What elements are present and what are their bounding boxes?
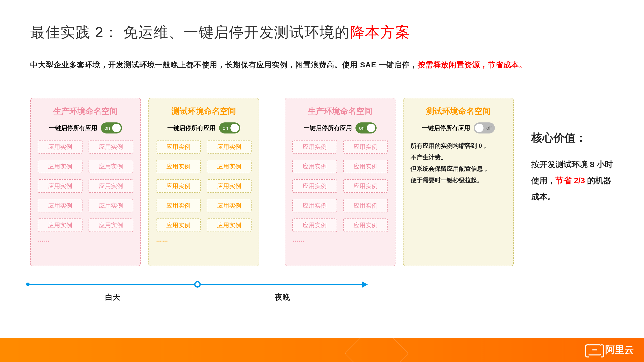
- instance-box: 应用实例: [207, 160, 252, 173]
- instance-box: 应用实例: [38, 199, 83, 212]
- toggle-state: on: [359, 125, 365, 131]
- toggle-row: 一键启停所有应用 on: [38, 122, 133, 133]
- timeline-day-label: 白天: [28, 292, 197, 302]
- vertical-separator: [272, 85, 272, 276]
- toggle-state: off: [486, 125, 492, 131]
- timeline-night-label: 夜晚: [197, 292, 367, 302]
- instance-grid: 应用实例 应用实例 应用实例 应用实例 应用实例 应用实例 应用实例 应用实例 …: [38, 140, 133, 232]
- instance-box: 应用实例: [156, 160, 201, 173]
- instance-grid: 应用实例 应用实例 应用实例 应用实例 应用实例 应用实例 应用实例 应用实例 …: [292, 140, 388, 232]
- timeline-line: [28, 284, 367, 285]
- instance-box: 应用实例: [156, 179, 201, 193]
- toggle-label: 一键启停所有应用: [49, 124, 97, 132]
- off-desc-line: 不产生计费。: [411, 152, 506, 163]
- toggle-label: 一键启停所有应用: [167, 124, 216, 132]
- ellipsis: ……: [38, 236, 133, 243]
- instance-box: 应用实例: [292, 218, 337, 232]
- instance-box: 应用实例: [156, 140, 201, 154]
- brand-logo-icon: [588, 344, 602, 355]
- toggle-on-icon[interactable]: on: [355, 122, 377, 133]
- toggle-on-icon[interactable]: on: [219, 122, 240, 133]
- night-group: 生产环境命名空间 一键启停所有应用 on 应用实例 应用实例 应用实例 应用实例…: [285, 98, 514, 266]
- day-group: 生产环境命名空间 一键启停所有应用 on 应用实例 应用实例 应用实例 应用实例…: [30, 98, 259, 266]
- instance-box: 应用实例: [292, 199, 337, 212]
- footer-bar: 阿里云: [0, 338, 644, 362]
- instance-box: 应用实例: [207, 140, 252, 154]
- instance-box: 应用实例: [156, 199, 201, 212]
- instance-box: 应用实例: [343, 199, 388, 212]
- instance-box: 应用实例: [38, 140, 83, 154]
- toggle-state: on: [223, 125, 228, 131]
- ellipsis: ……: [156, 236, 252, 243]
- instance-box: 应用实例: [207, 199, 252, 212]
- timeline-labels: 白天 夜晚: [28, 292, 367, 302]
- ellipsis: ……: [292, 236, 388, 243]
- toggle-state: on: [104, 125, 110, 131]
- panel-title: 测试环境命名空间: [156, 106, 252, 117]
- toggle-knob: [112, 124, 121, 132]
- instance-box: 应用实例: [38, 179, 83, 193]
- instance-box: 应用实例: [207, 218, 252, 232]
- diagram-row: 生产环境命名空间 一键启停所有应用 on 应用实例 应用实例 应用实例 应用实例…: [30, 98, 614, 276]
- off-desc-line: 便于需要时一键秒级拉起。: [411, 174, 506, 186]
- instance-box: 应用实例: [89, 179, 133, 193]
- instance-box: 应用实例: [343, 140, 388, 154]
- brand-name: 阿里云: [605, 343, 634, 356]
- toggle-row: 一键启停所有应用 on: [292, 122, 388, 133]
- core-value-block: 核心价值： 按开发测试环境 8 小时使用，节省 2/3 的机器成本。: [531, 130, 614, 205]
- instance-box: 应用实例: [292, 140, 337, 154]
- instance-box: 应用实例: [207, 179, 252, 193]
- instance-box: 应用实例: [292, 160, 337, 173]
- instance-box: 应用实例: [89, 140, 133, 154]
- test-panel-day: 测试环境命名空间 一键启停所有应用 on 应用实例 应用实例 应用实例 应用实例…: [148, 98, 259, 266]
- off-desc-line: 但系统会保留应用配置信息，: [411, 163, 506, 174]
- instance-box: 应用实例: [38, 218, 83, 232]
- test-panel-night: 测试环境命名空间 一键启停所有应用 off 所有应用的实例均缩容到 0， 不产生…: [403, 98, 514, 266]
- panel-title: 生产环境命名空间: [38, 106, 133, 117]
- toggle-label: 一键启停所有应用: [422, 124, 470, 132]
- instance-box: 应用实例: [89, 160, 133, 173]
- timeline: 白天 夜晚: [28, 284, 367, 302]
- instance-box: 应用实例: [89, 199, 133, 212]
- prod-panel-day: 生产环境命名空间 一键启停所有应用 on 应用实例 应用实例 应用实例 应用实例…: [30, 98, 141, 266]
- title-accent: 降本方案: [350, 24, 410, 40]
- slide-subtitle: 中大型企业多套环境，开发测试环境一般晚上都不使用，长期保有应用实例，闲置浪费高。…: [30, 60, 614, 70]
- subtitle-accent: 按需释放闲置资源，节省成本。: [418, 61, 527, 69]
- toggle-row: 一键启停所有应用 on: [156, 122, 252, 133]
- panel-title: 生产环境命名空间: [292, 106, 388, 117]
- core-value-body: 按开发测试环境 8 小时使用，节省 2/3 的机器成本。: [531, 156, 614, 205]
- instance-grid: 应用实例 应用实例 应用实例 应用实例 应用实例 应用实例 应用实例 应用实例 …: [156, 140, 252, 232]
- cv-body-accent: 节省 2/3: [555, 176, 585, 185]
- off-desc-line: 所有应用的实例均缩容到 0，: [411, 140, 506, 152]
- toggle-knob: [475, 124, 484, 132]
- instance-box: 应用实例: [156, 218, 201, 232]
- toggle-knob: [230, 124, 239, 132]
- brand-logo: 阿里云: [588, 343, 634, 356]
- instance-box: 应用实例: [343, 179, 388, 193]
- instance-box: 应用实例: [89, 218, 133, 232]
- toggle-on-icon[interactable]: on: [101, 122, 122, 133]
- toggle-knob: [367, 124, 375, 132]
- footer-decoration-icon: [345, 322, 409, 362]
- timeline-start-dot: [26, 283, 30, 286]
- off-description: 所有应用的实例均缩容到 0， 不产生计费。 但系统会保留应用配置信息， 便于需要…: [411, 140, 506, 186]
- prod-panel-night: 生产环境命名空间 一键启停所有应用 on 应用实例 应用实例 应用实例 应用实例…: [285, 98, 395, 266]
- timeline-mid-dot: [194, 281, 201, 288]
- toggle-off-icon[interactable]: off: [474, 122, 495, 133]
- toggle-row: 一键启停所有应用 off: [411, 122, 506, 133]
- toggle-label: 一键启停所有应用: [304, 124, 352, 132]
- title-prefix: 最佳实践 2： 免运维、一键启停开发测试环境的: [30, 24, 350, 40]
- timeline-arrow-icon: [362, 282, 368, 288]
- instance-box: 应用实例: [38, 160, 83, 173]
- subtitle-prefix: 中大型企业多套环境，开发测试环境一般晚上都不使用，长期保有应用实例，闲置浪费高。…: [30, 61, 418, 69]
- instance-box: 应用实例: [343, 160, 388, 173]
- instance-box: 应用实例: [343, 218, 388, 232]
- instance-box: 应用实例: [292, 179, 337, 193]
- slide-title: 最佳实践 2： 免运维、一键启停开发测试环境的降本方案: [30, 23, 614, 42]
- panel-title: 测试环境命名空间: [411, 106, 506, 117]
- core-value-title: 核心价值：: [531, 130, 614, 145]
